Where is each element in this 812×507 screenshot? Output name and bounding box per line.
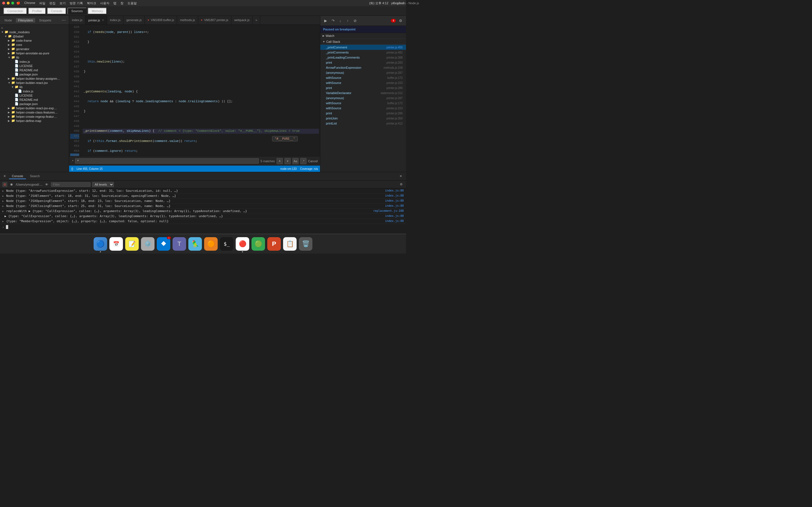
console-loc[interactable]: index.js:80 bbox=[385, 214, 404, 217]
call-stack-section-header[interactable]: ▼ Call Stack bbox=[320, 39, 406, 45]
tree-add-folder[interactable]: + bbox=[0, 26, 69, 30]
tree-item-binary[interactable]: ▶ 📁 helper-builder-binary-assignment-... bbox=[0, 76, 69, 80]
console-item-3[interactable]: ▶ Node {type: "JSXClosingElement", start… bbox=[0, 204, 406, 209]
tab-webpack-js[interactable]: webpack.js bbox=[232, 16, 253, 24]
dock-system-prefs[interactable]: ⚙️ bbox=[141, 237, 154, 251]
bookmark-menu[interactable]: 북마크 bbox=[87, 1, 96, 5]
tab-more[interactable]: » bbox=[253, 16, 260, 24]
close-bottom-icon[interactable]: ✕ bbox=[398, 174, 404, 178]
prompt-cursor[interactable] bbox=[6, 225, 8, 229]
deactivate-button[interactable]: ⊘ bbox=[352, 18, 358, 24]
tab-connection[interactable]: Connection bbox=[3, 8, 27, 14]
tree-item-lib2[interactable]: ▼ 📁 lib bbox=[0, 85, 69, 89]
console-settings-icon[interactable]: ⚙ bbox=[399, 182, 404, 187]
chrome-menu[interactable]: Chrome bbox=[24, 1, 35, 5]
maximize-button[interactable] bbox=[11, 2, 14, 4]
next-match-button[interactable]: ∨ bbox=[285, 158, 291, 164]
dock-vscode[interactable]: ❖ 1 bbox=[157, 237, 170, 251]
tree-item-generator[interactable]: ▶ 📁 generator bbox=[0, 47, 69, 51]
tree-item-babel[interactable]: ▼ 📁 @babel bbox=[0, 34, 69, 38]
match-case-button[interactable]: Aa bbox=[292, 158, 299, 164]
tree-item-core[interactable]: ▶ 📁 core bbox=[0, 43, 69, 47]
console-item-6[interactable]: ▶ {type: "MemberExpression", object: {…}… bbox=[0, 219, 406, 224]
tab-vm1808-buffer[interactable]: ● VM1808 buffer.js bbox=[145, 16, 177, 24]
tree-item-regexp[interactable]: ▶ 📁 helper-create-regexp-features-plu... bbox=[0, 114, 69, 119]
panel-node-tab[interactable]: Node bbox=[2, 18, 14, 22]
console-filter-input[interactable] bbox=[51, 182, 91, 187]
log-level-select[interactable]: All levels Verbose Info Warnings Errors bbox=[92, 182, 114, 187]
call-stack-item-4[interactable]: ArrowFunctionExpression methods.js:158 bbox=[320, 65, 406, 70]
tree-item-experiment[interactable]: ▶ 📁 helper-builder-react-jsx-experimer..… bbox=[0, 106, 69, 110]
dock-chrome[interactable]: 🔴 bbox=[236, 237, 249, 251]
call-stack-item-8[interactable]: print printer.js:286 bbox=[320, 86, 406, 91]
toggle-live-icon[interactable]: ◉ bbox=[9, 182, 14, 187]
console-loc[interactable]: index.js:80 bbox=[385, 189, 404, 192]
console-item-0[interactable]: ▶ Node {type: "ArrowFunctionExpression",… bbox=[0, 188, 406, 193]
tab-close-icon[interactable]: ✕ bbox=[102, 18, 104, 22]
file-menu[interactable]: 파일 bbox=[39, 1, 45, 5]
expand-arrow-icon[interactable]: ▶ bbox=[2, 205, 4, 208]
call-stack-item-9[interactable]: VariableDeclarator statements.js:312 bbox=[320, 91, 406, 96]
tab-profiler[interactable]: Profiler bbox=[28, 8, 46, 14]
call-stack-item-15[interactable]: printList printer.js:412 bbox=[320, 121, 406, 126]
panel-snippets-tab[interactable]: Snippets bbox=[37, 18, 54, 22]
console-prompt[interactable]: › bbox=[0, 224, 406, 230]
clear-console-button[interactable]: ⊘ bbox=[2, 182, 7, 187]
dock-unknown2[interactable]: 🟠 bbox=[204, 237, 218, 251]
call-stack-item-11[interactable]: withSource buffer.js:172 bbox=[320, 101, 406, 106]
tree-item-license2[interactable]: 📄 LICENSE bbox=[0, 93, 69, 98]
tab-memory[interactable]: Memory bbox=[88, 8, 107, 14]
console-loc[interactable]: index.js:80 bbox=[385, 204, 404, 207]
console-loc[interactable]: replacement.js:108 bbox=[373, 209, 404, 212]
resume-button[interactable]: ▶ bbox=[322, 18, 329, 24]
console-loc[interactable]: index.js:80 bbox=[385, 219, 404, 223]
tree-item-class-features[interactable]: ▶ 📁 helper-create-class-features-plugi..… bbox=[0, 110, 69, 114]
tree-item-pkg2[interactable]: 📄 package.json bbox=[0, 102, 69, 106]
tab-methods-js[interactable]: methods.js bbox=[177, 16, 198, 24]
call-stack-item-3[interactable]: print printer.js:283 bbox=[320, 60, 406, 65]
dock-calendar[interactable]: 📅 bbox=[109, 237, 123, 251]
panel-filesystem-tab[interactable]: Filesystem bbox=[16, 18, 35, 22]
step-out-button[interactable]: ↑ bbox=[345, 18, 351, 24]
call-stack-item-2[interactable]: _printLeadingComments printer.js:388 bbox=[320, 55, 406, 60]
console-item-1[interactable]: ▶ Node {type: "JSXElement", start: 18, e… bbox=[0, 193, 406, 199]
more-options-icon[interactable]: ⋯ bbox=[61, 17, 66, 23]
tree-item-react-jsx[interactable]: ▼ 📁 helper-builder-react-jsx bbox=[0, 80, 69, 85]
close-bottom-panel-icon[interactable]: ✕ bbox=[2, 174, 7, 179]
dock-git[interactable]: 🟢 bbox=[252, 237, 265, 251]
dock-trash[interactable]: 🗑️ bbox=[299, 237, 312, 251]
edit-menu[interactable]: 편집 bbox=[49, 1, 56, 5]
step-over-button[interactable]: ↷ bbox=[330, 18, 336, 24]
call-stack-item-10[interactable]: (anonymous) printer.js:287 bbox=[320, 96, 406, 101]
tab-sources[interactable]: Sources bbox=[67, 8, 87, 14]
help-menu[interactable]: 도움말 bbox=[128, 1, 137, 5]
call-stack-item-12[interactable]: withSource printer.js:153 bbox=[320, 106, 406, 111]
tab-index-js-1[interactable]: index.js bbox=[69, 16, 86, 24]
tree-item-license1[interactable]: 📄 LICENSE bbox=[0, 64, 69, 68]
settings-icon[interactable]: ⚙ bbox=[398, 18, 404, 24]
dock-teams[interactable]: T bbox=[172, 237, 186, 251]
dock-terminal[interactable]: $_ bbox=[220, 237, 234, 251]
dock-powerpoint[interactable]: P bbox=[267, 237, 281, 251]
call-stack-item-1[interactable]: _printComments printer.js:482 bbox=[320, 50, 406, 55]
cancel-search-button[interactable]: Cancel bbox=[308, 159, 318, 163]
call-stack-item-14[interactable]: printJoin printer.js:350 bbox=[320, 116, 406, 121]
step-into-button[interactable]: ↓ bbox=[337, 18, 343, 24]
eye-icon[interactable]: 👁 bbox=[44, 182, 49, 187]
tree-item-indexjs1[interactable]: 📄 index.js bbox=[0, 59, 69, 64]
dock-finder[interactable]: 🔵 bbox=[94, 237, 107, 251]
expand-arrow-icon[interactable]: ▶ bbox=[2, 189, 4, 192]
tree-item-readme1[interactable]: 📄 README.md bbox=[0, 68, 69, 72]
tab-search[interactable]: Search bbox=[27, 173, 43, 179]
console-loc[interactable]: index.js:80 bbox=[385, 199, 404, 202]
minimize-button[interactable] bbox=[7, 2, 10, 4]
tab-menu[interactable]: 탭 bbox=[113, 1, 116, 5]
expand-arrow-icon[interactable]: ▶ bbox=[2, 194, 4, 198]
expand-arrow-icon[interactable]: ▶ bbox=[2, 210, 4, 213]
call-stack-item-5[interactable]: (anonymous) printer.js:287 bbox=[320, 70, 406, 75]
tab-generate-js[interactable]: generate.js bbox=[123, 16, 145, 24]
tree-item-node-modules[interactable]: ▼ 📁 node_modules bbox=[0, 30, 69, 34]
tree-item-pkg1[interactable]: 📄 package.json bbox=[0, 72, 69, 76]
expand-arrow-icon[interactable]: ▶ bbox=[2, 200, 4, 203]
console-item-5[interactable]: ▶ {type: "CallExpression", callee: {…}, … bbox=[0, 214, 406, 219]
